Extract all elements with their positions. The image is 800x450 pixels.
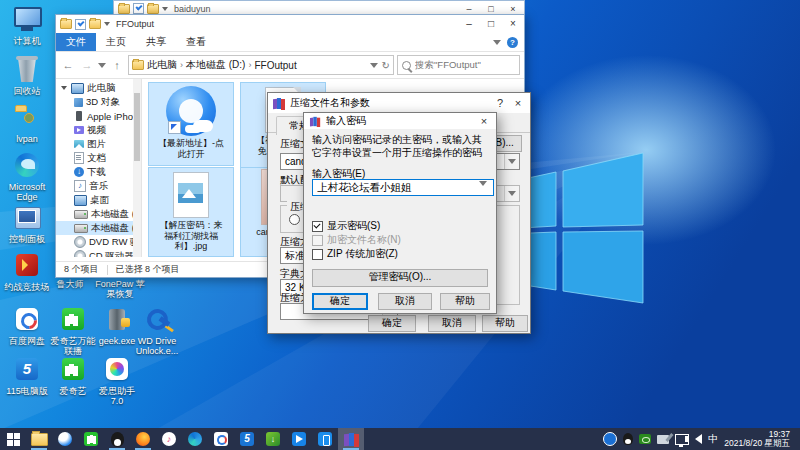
help-icon[interactable]: ? xyxy=(507,37,518,48)
disc-icon xyxy=(74,236,86,248)
desktop-icon-computer[interactable]: 计算机 xyxy=(4,6,50,46)
titlebar[interactable]: FFOutput – □ × xyxy=(56,15,524,33)
sidebar-item-documents[interactable]: 文档 xyxy=(56,151,141,165)
up-button[interactable]: ↑ xyxy=(109,59,125,71)
chevron-down-icon[interactable] xyxy=(504,154,519,169)
help-button[interactable]: 帮助 xyxy=(440,293,490,310)
scrollbar[interactable] xyxy=(133,79,141,257)
forward-button[interactable]: → xyxy=(79,59,95,71)
desktop-icon-lvpan[interactable]: lvpan xyxy=(4,104,50,144)
tab-file[interactable]: 文件 xyxy=(56,33,96,51)
start-button[interactable] xyxy=(0,428,26,450)
manage-passwords-button[interactable]: 管理密码(O)... xyxy=(312,269,488,287)
taskbar-winrar[interactable] xyxy=(338,428,364,450)
dialog-help-button[interactable]: ? xyxy=(493,97,507,109)
sidebar-item-apple-iphone[interactable]: Apple iPhone xyxy=(56,109,141,123)
dialog-titlebar[interactable]: 压缩文件名和参数 ? × xyxy=(268,93,530,113)
breadcrumb-this-pc[interactable]: 此电脑 xyxy=(147,58,177,72)
cancel-button[interactable]: 取消 xyxy=(428,315,476,332)
tab-share[interactable]: 共享 xyxy=(136,33,176,51)
desktop-icon-aisi[interactable]: 爱思助手7.0 xyxy=(94,356,140,406)
sidebar-item-drive-c[interactable]: 本地磁盘 (C:) xyxy=(56,207,141,221)
taskbar-firefox[interactable] xyxy=(130,428,156,450)
ime-indicator[interactable]: 中 xyxy=(708,432,718,446)
sidebar-item-3d-objects[interactable]: 3D 对象 xyxy=(56,95,141,109)
tray-nvidia-icon[interactable] xyxy=(639,434,651,444)
search-input[interactable]: 搜索"FFOutput" xyxy=(397,55,520,75)
desktop-icon-recycle-bin[interactable]: 回收站 xyxy=(4,56,50,96)
ribbon-collapse-icon[interactable] xyxy=(493,40,501,45)
ok-button[interactable]: 确定 xyxy=(368,315,416,332)
desktop-icon-wd-unlock[interactable]: WD Drive Unlock.e... xyxy=(134,306,180,356)
taskbar-idm[interactable]: ↓ xyxy=(260,428,286,450)
winrar-icon xyxy=(273,98,286,109)
taskbar-qq-browser[interactable] xyxy=(52,428,78,450)
breadcrumb-ffoutput[interactable]: FFOutput xyxy=(254,60,296,71)
file-item-shortcut[interactable]: 【最新地址】-点 此打开 xyxy=(148,82,234,166)
clock[interactable]: 19:37 2021/8/20 星期五 xyxy=(724,430,794,449)
close-icon[interactable]: × xyxy=(511,97,525,109)
tab-view[interactable]: 查看 xyxy=(176,33,216,51)
cancel-button[interactable]: 取消 xyxy=(378,293,432,310)
sidebar-item-videos[interactable]: 视频 xyxy=(56,123,141,137)
history-dropdown-icon[interactable] xyxy=(98,63,106,68)
close-icon[interactable]: × xyxy=(477,115,491,127)
chevron-down-icon[interactable] xyxy=(162,7,168,11)
close-button[interactable]: × xyxy=(502,15,524,33)
desktop-icon-baidu-netdisk[interactable]: 百度网盘 xyxy=(4,306,50,346)
tab-home[interactable]: 主页 xyxy=(96,33,136,51)
taskbar-qq[interactable] xyxy=(104,428,130,450)
taskbar-file-explorer[interactable] xyxy=(26,428,52,450)
properties-icon[interactable] xyxy=(133,3,144,14)
sidebar-item-this-pc[interactable]: 此电脑 xyxy=(56,81,141,95)
desktop-icon-fonepaw[interactable]: FonePaw 苹 果恢复 xyxy=(88,279,152,299)
breadcrumb-drive-d[interactable]: 本地磁盘 (D:) xyxy=(186,58,245,72)
dialog-title: 输入密码 xyxy=(326,114,473,128)
sidebar-item-desktop[interactable]: 桌面 xyxy=(56,193,141,207)
taskbar-lianbo[interactable] xyxy=(78,428,104,450)
clock-date: 2021/8/20 星期五 xyxy=(724,439,790,449)
back-button[interactable]: ← xyxy=(60,59,76,71)
desktop-icon-control-panel[interactable]: 控制面板 xyxy=(4,204,50,244)
sidebar-item-downloads[interactable]: ↓ 下载 xyxy=(56,165,141,179)
volume-icon[interactable] xyxy=(695,434,702,444)
tree-expand-icon[interactable] xyxy=(61,86,67,90)
taskbar-baidu-netdisk[interactable] xyxy=(208,428,234,450)
tray-app-icon[interactable] xyxy=(603,432,617,446)
checkbox-show-password[interactable]: 显示密码(S) xyxy=(312,219,380,233)
desktop-icon-edge[interactable]: Microsoft Edge xyxy=(4,152,50,202)
sidebar-item-music[interactable]: ♪ 音乐 xyxy=(56,179,141,193)
taskbar-115[interactable]: 5 xyxy=(234,428,260,450)
sidebar-item-dvd-drive[interactable]: DVD RW 驱动器 xyxy=(56,235,141,249)
address-bar[interactable]: 此电脑 › 本地磁盘 (D:) › FFOutput ↻ xyxy=(128,55,394,75)
desktop-icon-115[interactable]: 115电脑版 xyxy=(4,356,50,396)
chevron-down-icon[interactable] xyxy=(479,181,487,186)
sidebar-item-drive-d[interactable]: 本地磁盘 (D:) xyxy=(56,221,141,235)
new-folder-icon[interactable] xyxy=(147,4,159,14)
help-button[interactable]: 帮助 xyxy=(482,315,528,332)
desktop-icon-iqiyi-lianbo[interactable]: 爱奇艺万能 联播 xyxy=(50,306,96,356)
file-item-jpg[interactable]: 【解压密码：来 福利江湖找福 利】.jpg xyxy=(148,167,234,257)
properties-icon[interactable] xyxy=(75,19,86,30)
taskbar-edge[interactable] xyxy=(182,428,208,450)
sidebar-item-cd-drive[interactable]: CD 驱动器 (G:) xyxy=(56,249,141,257)
minimize-button[interactable]: – xyxy=(458,15,480,33)
taskbar-thunder[interactable] xyxy=(286,428,312,450)
tray-qq-icon[interactable] xyxy=(623,433,633,445)
maximize-button[interactable]: □ xyxy=(480,15,502,33)
refresh-icon[interactable]: ↻ xyxy=(382,60,390,71)
ok-button[interactable]: 确定 xyxy=(312,293,368,310)
password-input[interactable] xyxy=(312,179,494,196)
sidebar-item-pictures[interactable]: 图片 xyxy=(56,137,141,151)
desktop-icon-iqiyi[interactable]: 爱奇艺 xyxy=(50,356,96,396)
tray-pen-input-icon[interactable] xyxy=(657,435,669,444)
address-dropdown-icon[interactable] xyxy=(370,63,378,68)
new-folder-icon[interactable] xyxy=(89,19,101,29)
dialog-titlebar[interactable]: 输入密码 × xyxy=(304,113,496,129)
taskbar-phone-assistant[interactable] xyxy=(312,428,338,450)
checkbox-zip-legacy[interactable]: ZIP 传统加密(Z) xyxy=(312,247,398,261)
taskbar-itunes[interactable]: ♪ xyxy=(156,428,182,450)
scrollbar-thumb[interactable] xyxy=(134,93,140,161)
sidebar-item-label: 下载 xyxy=(87,166,106,179)
chevron-down-icon[interactable] xyxy=(104,22,110,26)
